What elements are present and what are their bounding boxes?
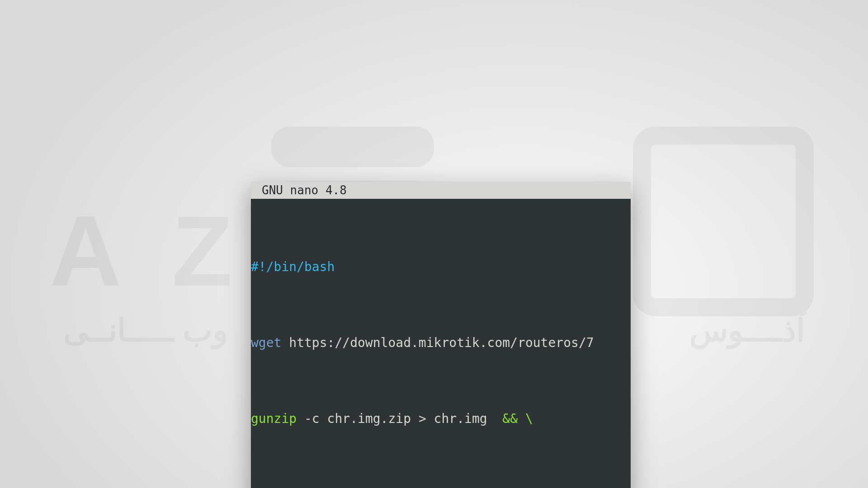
watermark-box — [633, 127, 814, 316]
shebang: #!/bin/bash — [251, 259, 335, 274]
watermark-text-right: آذــــوس — [689, 312, 805, 349]
watermark-letter-z: Z — [172, 194, 232, 309]
editor-content[interactable]: #!/bin/bash wget https://download.mikrot… — [251, 199, 631, 488]
cmd-wget: wget — [251, 335, 281, 350]
and-op-1: && \ — [502, 411, 533, 426]
code-line-3: mount -o loop,offset=512 chr.img /mnt &&… — [251, 485, 631, 488]
watermark-letter-a: A — [50, 194, 122, 309]
code-line-2: gunzip -c chr.img.zip > chr.img && \ — [251, 409, 631, 428]
cmd-gunzip: gunzip — [251, 411, 297, 426]
code-line-1: wget https://download.mikrotik.com/route… — [251, 333, 631, 352]
wget-url: https://download.mikrotik.com/routeros/7 — [281, 335, 594, 350]
terminal-container: GNU nano 4.8 #!/bin/bash wget https://do… — [251, 182, 631, 488]
gunzip-flag: -c — [297, 411, 320, 426]
page-background: A Z وب ـــــانــى آذــــوس GNU nano 4.8 … — [0, 0, 868, 488]
editor-titlebar: GNU nano 4.8 — [251, 182, 631, 199]
gunzip-args: chr.img.zip > chr.img — [320, 411, 503, 426]
terminal-window: GNU nano 4.8 #!/bin/bash wget https://do… — [251, 182, 631, 488]
watermark-text-left: وب ـــــانــى — [63, 312, 228, 349]
code-line-0: #!/bin/bash — [251, 258, 631, 277]
